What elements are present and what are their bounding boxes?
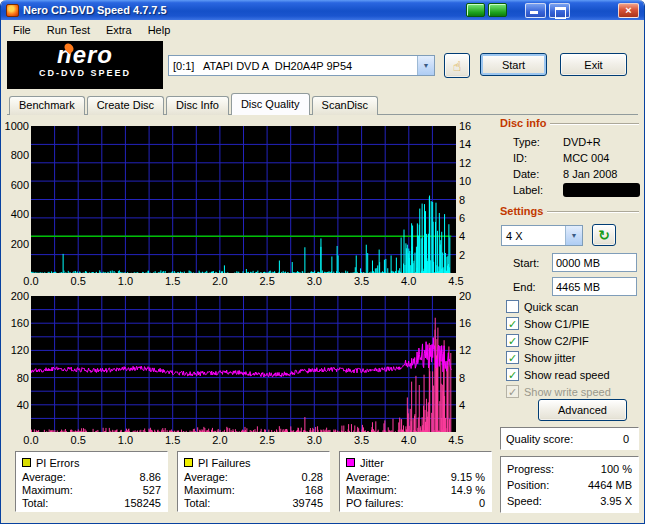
checkbox-show-c1-pie[interactable]: ✓Show C1/PIE	[506, 315, 638, 332]
start-button[interactable]: Start	[480, 53, 547, 76]
axis-tick: 12	[459, 344, 471, 356]
axis-tick: 4	[459, 230, 465, 242]
drive-select-value: [0:1] ATAPI DVD A DH20A4P 9P54	[169, 56, 417, 75]
axis-tick: 1.0	[112, 434, 138, 446]
axis-tick: 4.0	[396, 275, 422, 287]
menu-run-test[interactable]: Run Test	[39, 22, 98, 38]
stat-box-pi-errors: PI ErrorsAverage:8.86Maximum:527Total:15…	[15, 451, 168, 512]
stat-row-total: Total:158245	[22, 496, 161, 509]
drive-select[interactable]: [0:1] ATAPI DVD A DH20A4P 9P54 ▼	[168, 55, 435, 76]
titlebar: Nero CD-DVD Speed 4.7.7.5 ×	[1, 0, 644, 20]
axis-tick: 8	[459, 194, 465, 206]
stat-value: 0	[479, 497, 485, 509]
stat-value: 9.15 %	[451, 471, 485, 483]
chevron-down-icon[interactable]: ▼	[417, 56, 434, 75]
disc-info-value: 8 Jan 2008	[563, 168, 640, 180]
tab-scandisc[interactable]: ScanDisc	[312, 96, 378, 115]
exit-button[interactable]: Exit	[560, 53, 627, 76]
checkbox-box: ✓	[506, 317, 519, 330]
stat-label: Total:	[184, 497, 210, 509]
maximize-button[interactable]	[549, 3, 570, 18]
progress-value: 4464 MB	[588, 479, 632, 491]
window-title: Nero CD-DVD Speed 4.7.7.5	[23, 4, 167, 16]
monitor-icon-1[interactable]	[466, 3, 485, 17]
disc-info-label: ID:	[513, 152, 563, 164]
quality-score-box: Quality score: 0	[500, 427, 639, 450]
axis-tick: 20	[459, 290, 471, 302]
start-position-input[interactable]	[552, 253, 637, 272]
logo-text: nero	[7, 41, 163, 68]
stat-label: Total:	[22, 497, 48, 509]
tab-bar: BenchmarkCreate DiscDisc InfoDisc Qualit…	[9, 93, 380, 115]
pif-chart	[31, 296, 456, 432]
menu-help[interactable]: Help	[140, 22, 179, 38]
checkbox-show-jitter[interactable]: ✓Show jitter	[506, 349, 638, 366]
axis-tick: 14	[459, 138, 471, 150]
stat-value: 527	[143, 484, 161, 496]
checkbox-show-read-speed[interactable]: ✓Show read speed	[506, 366, 638, 383]
advanced-button[interactable]: Advanced	[538, 399, 627, 421]
stat-row-maximum: Maximum:14.9 %	[346, 483, 485, 496]
menu-file[interactable]: File	[5, 22, 39, 38]
stat-label: Average:	[22, 471, 66, 483]
monitor-icon-2[interactable]	[488, 3, 507, 17]
checkbox-box: ✓	[506, 368, 519, 381]
divider	[550, 123, 639, 125]
stat-row-total: Total:39745	[184, 496, 323, 509]
stat-row-average: Average:9.15 %	[346, 470, 485, 483]
tab-disc-quality[interactable]: Disc Quality	[231, 93, 310, 115]
stat-label: PO failures:	[346, 497, 403, 509]
quality-score-label: Quality score:	[501, 433, 573, 445]
checkbox-quick-scan[interactable]: Quick scan	[506, 298, 638, 315]
pif-chart-x-axis: 0.00.51.01.52.02.53.03.54.04.5	[31, 434, 456, 447]
menu-extra[interactable]: Extra	[98, 22, 140, 38]
app-icon	[6, 4, 19, 17]
tab-create-disc[interactable]: Create Disc	[87, 96, 164, 115]
stat-label: Maximum:	[184, 484, 235, 496]
checkbox-show-c2-pif[interactable]: ✓Show C2/PIF	[506, 332, 638, 349]
stat-row-average: Average:8.86	[22, 470, 161, 483]
progress-row-speed: Speed:3.95 X	[507, 493, 632, 509]
axis-tick: 0.5	[65, 434, 91, 446]
series-jitter	[31, 338, 451, 377]
axis-tick: 2.5	[254, 434, 280, 446]
tab-benchmark[interactable]: Benchmark	[9, 96, 85, 115]
stat-title: PI Errors	[22, 455, 161, 470]
stat-label: Maximum:	[346, 484, 397, 496]
axis-tick: 3.0	[301, 275, 327, 287]
axis-tick: 600	[11, 179, 29, 191]
disc-info-title: Disc info	[500, 117, 546, 129]
progress-box: Progress:100 %Position:4464 MBSpeed:3.95…	[500, 456, 639, 513]
axis-tick: 2.0	[207, 275, 233, 287]
hand-icon: ☝	[453, 58, 462, 74]
minimize-button[interactable]	[525, 3, 546, 18]
axis-tick: 80	[17, 372, 29, 384]
stat-row-po-failures: PO failures:0	[346, 496, 485, 509]
chevron-down-icon[interactable]: ▼	[565, 226, 582, 245]
stat-title: Jitter	[346, 455, 485, 470]
progress-label: Progress:	[507, 463, 554, 475]
stat-value: 39745	[292, 497, 323, 509]
disc-info-row-id: ID:MCC 004	[500, 150, 640, 166]
checkbox-show-write-speed[interactable]: ✓Show write speed	[506, 383, 638, 400]
stat-value: 14.9 %	[451, 484, 485, 496]
legend-swatch-pi-failures	[184, 458, 193, 467]
disc-info-header: Disc info	[500, 117, 639, 129]
checkbox-label: Show read speed	[524, 369, 610, 381]
eject-options-button[interactable]: ☝	[444, 53, 470, 78]
end-position-input[interactable]	[552, 277, 637, 296]
refresh-speeds-button[interactable]: ↻	[592, 224, 616, 246]
settings-header: Settings	[500, 205, 639, 217]
chart-grid	[31, 296, 456, 432]
stat-name: PI Failures	[198, 457, 251, 469]
end-label: End:	[513, 281, 536, 293]
axis-tick: 3.0	[301, 434, 327, 446]
close-button[interactable]: ×	[618, 3, 639, 18]
tab-disc-info[interactable]: Disc Info	[166, 96, 229, 115]
stat-label: Average:	[184, 471, 228, 483]
pie-chart-right-axis: 161412108642	[459, 126, 483, 273]
checkbox-label: Quick scan	[524, 301, 578, 313]
disc-info-rows: Type:DVD+RID:MCC 004Date:8 Jan 2008Label…	[500, 134, 640, 198]
speed-select[interactable]: 4 X ▼	[501, 225, 583, 246]
axis-tick: 4.5	[443, 275, 469, 287]
